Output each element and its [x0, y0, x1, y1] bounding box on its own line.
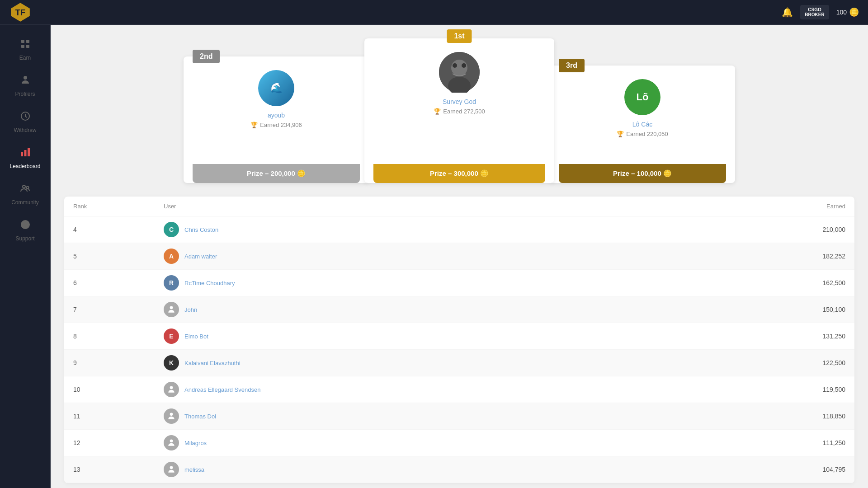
sidebar-item-support[interactable]: Support	[0, 215, 50, 246]
user-name[interactable]: Chris Coston	[184, 226, 218, 233]
svg-rect-9	[24, 150, 26, 156]
earned-value: 162,500	[755, 279, 845, 286]
main-layout: Earn Profilers Withdraw Leaderboard Comm	[0, 25, 868, 488]
table-row: 4 C Chris Coston 210,000	[64, 216, 854, 243]
svg-point-24	[170, 466, 173, 469]
earned-value: 104,795	[755, 466, 845, 473]
earned-third: 🏆 Earned 220,050	[617, 131, 668, 137]
svg-rect-4	[21, 45, 24, 48]
table-row: 10 Andreas Ellegaard Svendsen 119,500	[64, 376, 854, 403]
rank-number: 7	[73, 306, 164, 313]
coin-balance: 100 🪙	[836, 7, 859, 17]
rank-number: 13	[73, 466, 164, 473]
rank-badge-first: 1st	[447, 29, 472, 43]
rank-number: 12	[73, 439, 164, 446]
sidebar-item-profilers[interactable]: Profilers	[0, 70, 50, 102]
earned-value: 119,500	[755, 386, 845, 393]
avatar-second: 🌊	[258, 70, 294, 106]
user-avatar	[164, 435, 179, 450]
user-avatar: R	[164, 275, 179, 291]
user-cell: C Chris Coston	[164, 222, 755, 237]
leaderboard-table: Rank User Earned 4 C Chris Coston 210,00…	[64, 197, 854, 483]
leaderboard-label: Leaderboard	[9, 163, 40, 169]
rank-number: 11	[73, 413, 164, 420]
avatar-first	[439, 52, 480, 93]
profilers-icon	[20, 75, 31, 88]
user-avatar: A	[164, 249, 179, 264]
svg-point-22	[170, 413, 173, 416]
csgo-broker-badge[interactable]: CSGOBROKER	[800, 5, 829, 19]
user-name[interactable]: John	[184, 306, 197, 313]
svg-point-14	[25, 227, 25, 227]
avatar-third: Lõ	[624, 79, 660, 115]
main-content: 2nd 🌊 ayoub 🏆 Earned 234,906 Prize – 200…	[51, 25, 868, 488]
svg-rect-8	[21, 152, 23, 156]
sidebar-item-withdraw[interactable]: Withdraw	[0, 106, 50, 138]
table-row: 8 E Elmo Bot 131,250	[64, 323, 854, 350]
logo[interactable]: TF	[9, 1, 32, 23]
sidebar-item-leaderboard[interactable]: Leaderboard	[0, 142, 50, 174]
user-name[interactable]: Kalaivani Elavazhuthi	[184, 360, 241, 366]
podium-second: 2nd 🌊 ayoub 🏆 Earned 234,906 Prize – 200…	[184, 56, 369, 183]
user-name[interactable]: Thomas Dol	[184, 413, 216, 420]
svg-point-11	[23, 185, 25, 188]
earned-value: 131,250	[755, 333, 845, 340]
col-rank: Rank	[73, 203, 164, 210]
rank-number: 6	[73, 279, 164, 286]
logo-icon: TF	[9, 1, 32, 23]
table-row: 7 John 150,100	[64, 296, 854, 323]
user-name[interactable]: Andreas Ellegaard Svendsen	[184, 386, 260, 393]
podium-first: 1st Survey God 🏆 Earned 272,500	[364, 38, 554, 183]
username-third[interactable]: Lô Các	[632, 121, 652, 128]
earned-value: 210,000	[755, 226, 845, 233]
sidebar-item-earn[interactable]: Earn	[0, 34, 50, 66]
rank-badge-second: 2nd	[193, 50, 220, 63]
sidebar-item-community[interactable]: Community	[0, 178, 50, 210]
user-cell: R RcTime Choudhary	[164, 275, 755, 291]
user-avatar: E	[164, 328, 179, 344]
support-icon	[20, 219, 31, 233]
svg-point-16	[451, 60, 467, 76]
rank-badge-third: 3rd	[559, 59, 585, 72]
user-name[interactable]: Elmo Bot	[184, 333, 208, 340]
trophy-icon-first: 🏆	[434, 108, 441, 115]
username-first[interactable]: Survey God	[443, 98, 476, 105]
svg-point-21	[170, 386, 173, 389]
trophy-icon-second: 🏆	[250, 122, 258, 128]
topnav-right: 🔔 CSGOBROKER 100 🪙	[782, 5, 859, 19]
user-name[interactable]: Milagros	[184, 440, 207, 446]
rank-number: 8	[73, 333, 164, 340]
table-row: 11 Thomas Dol 118,850	[64, 403, 854, 430]
rank-number: 4	[73, 226, 164, 233]
user-name[interactable]: RcTime Choudhary	[184, 280, 235, 286]
col-earned: Earned	[755, 203, 845, 210]
table-row: 13 melissa 104,795	[64, 456, 854, 483]
svg-rect-10	[28, 148, 30, 156]
community-label: Community	[11, 199, 39, 206]
user-cell: John	[164, 302, 755, 317]
svg-point-23	[170, 440, 173, 443]
username-second[interactable]: ayoub	[268, 112, 285, 119]
podium-third: 3rd Lõ Lô Các 🏆 Earned 220,050 Prize – 1…	[550, 66, 735, 183]
prize-bar-second: Prize – 200,000 🪙	[193, 164, 360, 183]
earned-value: 182,252	[755, 253, 845, 260]
svg-point-20	[170, 306, 173, 310]
svg-rect-2	[21, 40, 24, 43]
community-icon	[20, 183, 31, 197]
svg-text:TF: TF	[15, 8, 25, 17]
col-user: User	[164, 203, 755, 210]
user-cell: Thomas Dol	[164, 408, 755, 424]
notification-icon[interactable]: 🔔	[782, 7, 793, 18]
user-cell: E Elmo Bot	[164, 328, 755, 344]
svg-rect-5	[26, 45, 29, 48]
user-cell: melissa	[164, 462, 755, 477]
withdraw-label: Withdraw	[14, 127, 36, 133]
prize-bar-third: Prize – 100,000 🪙	[559, 164, 726, 183]
withdraw-icon	[20, 111, 31, 124]
prize-bar-first: Prize – 300,000 🪙	[373, 164, 545, 183]
user-name[interactable]: melissa	[184, 466, 204, 473]
user-name[interactable]: Adam walter	[184, 253, 217, 260]
rank-number: 10	[73, 386, 164, 393]
user-cell: A Adam walter	[164, 249, 755, 264]
csgo-broker-label: CSGOBROKER	[805, 7, 824, 17]
